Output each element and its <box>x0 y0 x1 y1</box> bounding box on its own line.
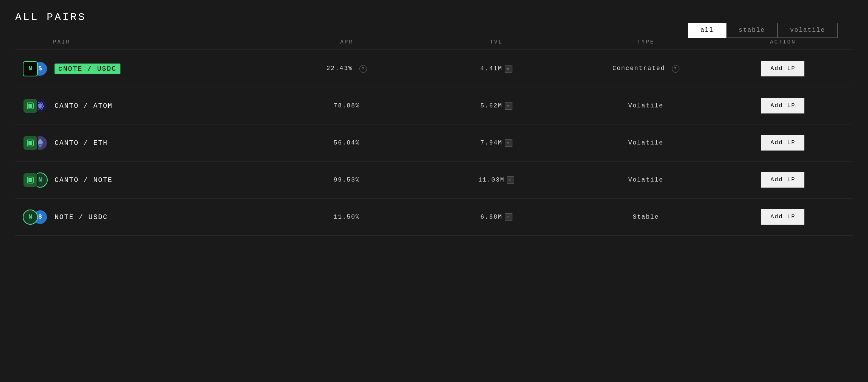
pairs-table: PAIR APR TVL TYPE ACTION N $ cNOTE / USD… <box>15 34 853 236</box>
tvl-value: 5.62M ⊞ <box>481 102 512 110</box>
pair-name: CANTO / NOTE <box>55 176 113 184</box>
apr-cell: 78.88% <box>272 102 422 109</box>
token-icons: N <box>23 172 49 188</box>
pair-cell: N $ NOTE / USDC <box>23 210 272 225</box>
token-icon-cnote: N <box>23 61 38 76</box>
action-cell: Add LP <box>721 135 845 151</box>
pair-name: NOTE / USDC <box>55 213 108 221</box>
type-info-icon[interactable]: ? <box>672 65 679 73</box>
type-value: Volatile <box>628 177 663 183</box>
apr-value: 99.53% <box>334 177 360 183</box>
header-pair: PAIR <box>23 39 272 45</box>
tvl-number: 11.03M <box>478 177 505 183</box>
page-title: ALL PAIRS <box>15 11 853 23</box>
token-icons <box>23 98 49 113</box>
apr-value: 22.43% <box>326 65 353 72</box>
add-lp-button[interactable]: Add LP <box>761 61 804 76</box>
tvl-cell: 5.62M ⊞ <box>422 102 571 110</box>
tvl-icon: ⊞ <box>505 102 512 110</box>
token-icon-note: N <box>23 210 38 225</box>
token-icon-canto <box>23 172 38 188</box>
pair-cell: N CANTO / NOTE <box>23 172 272 188</box>
tvl-number: 7.94M <box>481 140 503 146</box>
pair-name: CANTO / ETH <box>55 139 108 147</box>
tvl-value: 4.41M ⊞ <box>481 65 512 73</box>
token-icons: N $ <box>23 61 49 76</box>
action-cell: Add LP <box>721 61 845 76</box>
token-icons: N $ <box>23 210 49 225</box>
pair-name: cNOTE / USDC <box>55 64 120 74</box>
add-lp-button[interactable]: Add LP <box>761 172 804 188</box>
tvl-value: 11.03M ⊞ <box>478 176 515 184</box>
tab-stable[interactable]: stable <box>726 23 778 38</box>
header-apr: APR <box>272 39 422 45</box>
type-cell: Volatile <box>571 102 721 109</box>
tab-volatile[interactable]: volatile <box>777 23 838 38</box>
add-lp-button[interactable]: Add LP <box>761 135 804 151</box>
svg-rect-7 <box>28 141 32 145</box>
filter-tabs: all stable volatile <box>688 23 838 38</box>
table-row: CANTO / ETH 56.84% 7.94M ⊞ Volatile Add … <box>15 124 853 161</box>
tvl-cell: 7.94M ⊞ <box>422 139 571 147</box>
tvl-number: 4.41M <box>481 65 503 72</box>
apr-value: 11.50% <box>334 214 360 221</box>
type-value: Concentrated <box>612 65 665 72</box>
type-cell: Volatile <box>571 140 721 146</box>
tvl-icon: ⊞ <box>505 65 512 73</box>
apr-value: 56.84% <box>334 140 360 146</box>
svg-rect-11 <box>28 178 32 182</box>
tvl-number: 6.88M <box>481 214 503 221</box>
type-cell: Volatile <box>571 177 721 183</box>
apr-info-icon[interactable]: ? <box>359 65 367 73</box>
svg-rect-1 <box>28 104 32 108</box>
add-lp-button[interactable]: Add LP <box>761 98 804 113</box>
tvl-value: 6.88M ⊞ <box>481 213 512 221</box>
header-tvl: TVL <box>422 39 571 45</box>
apr-cell: 56.84% <box>272 140 422 146</box>
table-body: N $ cNOTE / USDC 22.43% ? 4.41M ⊞ <box>15 50 853 236</box>
type-cell: Concentrated ? <box>571 65 721 73</box>
tvl-cell: 4.41M ⊞ <box>422 65 571 73</box>
apr-cell: 99.53% <box>272 177 422 183</box>
type-cell: Stable <box>571 214 721 221</box>
pair-cell: N $ cNOTE / USDC <box>23 61 272 76</box>
header-type: TYPE <box>571 39 721 45</box>
table-row: N $ NOTE / USDC 11.50% 6.88M ⊞ Stable <box>15 199 853 236</box>
add-lp-button[interactable]: Add LP <box>761 209 804 225</box>
tvl-cell: 6.88M ⊞ <box>422 213 571 221</box>
token-icon-canto <box>23 135 38 151</box>
apr-value: 78.88% <box>334 102 360 109</box>
tvl-number: 5.62M <box>481 102 503 109</box>
header-action: ACTION <box>721 39 845 45</box>
pair-cell: CANTO / ATOM <box>23 98 272 113</box>
type-value: Stable <box>633 214 659 221</box>
type-value: Volatile <box>628 140 663 146</box>
tab-all[interactable]: all <box>688 23 726 38</box>
table-row: N $ cNOTE / USDC 22.43% ? 4.41M ⊞ <box>15 50 853 87</box>
table-row: CANTO / ATOM 78.88% 5.62M ⊞ Volatile Add… <box>15 87 853 124</box>
table-row: N CANTO / NOTE 99.53% 11.03M ⊞ Volatile … <box>15 161 853 199</box>
tvl-icon: ⊞ <box>507 176 514 184</box>
tvl-icon: ⊞ <box>505 213 512 221</box>
token-icon-canto <box>23 98 38 113</box>
token-icons <box>23 135 49 151</box>
apr-cell: 22.43% ? <box>272 65 422 73</box>
apr-cell: 11.50% <box>272 214 422 221</box>
tvl-cell: 11.03M ⊞ <box>422 176 571 184</box>
pair-name: CANTO / ATOM <box>55 102 113 110</box>
tvl-value: 7.94M ⊞ <box>481 139 512 147</box>
tvl-icon: ⊞ <box>505 139 512 147</box>
action-cell: Add LP <box>721 172 845 188</box>
pair-cell: CANTO / ETH <box>23 135 272 151</box>
svg-point-2 <box>39 105 41 107</box>
action-cell: Add LP <box>721 209 845 225</box>
action-cell: Add LP <box>721 98 845 113</box>
type-value: Volatile <box>628 102 663 109</box>
